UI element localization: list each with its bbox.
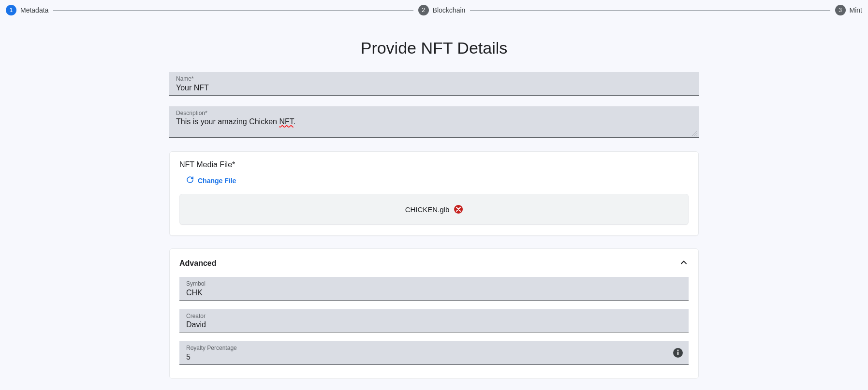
symbol-label: Symbol [186, 280, 682, 288]
step-number: 3 [835, 5, 846, 15]
royalty-field-wrapper[interactable]: Royalty Percentage [179, 341, 689, 365]
description-text-suffix: . [294, 117, 295, 126]
step-metadata[interactable]: 1 Metadata [6, 5, 48, 15]
description-text-prefix: This is your amazing Chicken [176, 117, 279, 126]
step-mint[interactable]: 3 Mint [835, 5, 862, 15]
uploaded-file-pill: CHICKEN.glb [179, 194, 689, 225]
step-divider [53, 10, 413, 11]
symbol-field-wrapper[interactable]: Symbol [179, 277, 689, 301]
refresh-icon [186, 176, 194, 185]
royalty-label: Royalty Percentage [186, 345, 682, 352]
page-title: Provide NFT Details [169, 39, 699, 58]
advanced-title: Advanced [179, 259, 216, 268]
name-input[interactable] [176, 83, 692, 92]
resize-grip-icon [692, 131, 697, 136]
media-file-card: NFT Media File* Change File CHICKEN.glb [169, 151, 699, 236]
advanced-toggle[interactable]: Advanced [179, 249, 689, 277]
description-field-wrapper[interactable]: Description* This is your amazing Chicke… [169, 106, 699, 138]
creator-input[interactable] [186, 320, 682, 329]
royalty-info-button[interactable] [673, 348, 683, 358]
change-file-button[interactable]: Change File [186, 176, 236, 185]
step-label: Metadata [20, 6, 48, 14]
step-label: Mint [850, 6, 862, 14]
uploaded-file-name: CHICKEN.glb [405, 205, 450, 214]
svg-rect-1 [677, 352, 678, 355]
step-label: Blockchain [433, 6, 466, 14]
wizard-stepper: 1 Metadata 2 Blockchain 3 Mint [0, 0, 868, 22]
royalty-input[interactable] [186, 352, 682, 361]
info-icon [677, 348, 679, 357]
chevron-up-icon [679, 258, 689, 269]
creator-label: Creator [186, 313, 682, 320]
change-file-label: Change File [198, 177, 236, 185]
description-text-spell: NFT [279, 117, 293, 126]
step-number: 2 [418, 5, 429, 15]
name-label: Name* [176, 75, 692, 83]
description-label: Description* [176, 110, 692, 117]
step-divider [470, 10, 830, 11]
creator-field-wrapper[interactable]: Creator [179, 309, 689, 333]
name-field-wrapper[interactable]: Name* [169, 72, 699, 96]
remove-file-button[interactable] [454, 205, 463, 214]
step-number: 1 [6, 5, 16, 15]
media-section-title: NFT Media File* [179, 160, 689, 169]
svg-point-0 [677, 350, 679, 351]
description-input[interactable]: This is your amazing Chicken NFT. [176, 117, 692, 135]
step-blockchain[interactable]: 2 Blockchain [418, 5, 466, 15]
advanced-card: Advanced Symbol Creator Royalty Percenta… [169, 248, 699, 379]
symbol-input[interactable] [186, 288, 682, 297]
close-icon [456, 205, 461, 214]
